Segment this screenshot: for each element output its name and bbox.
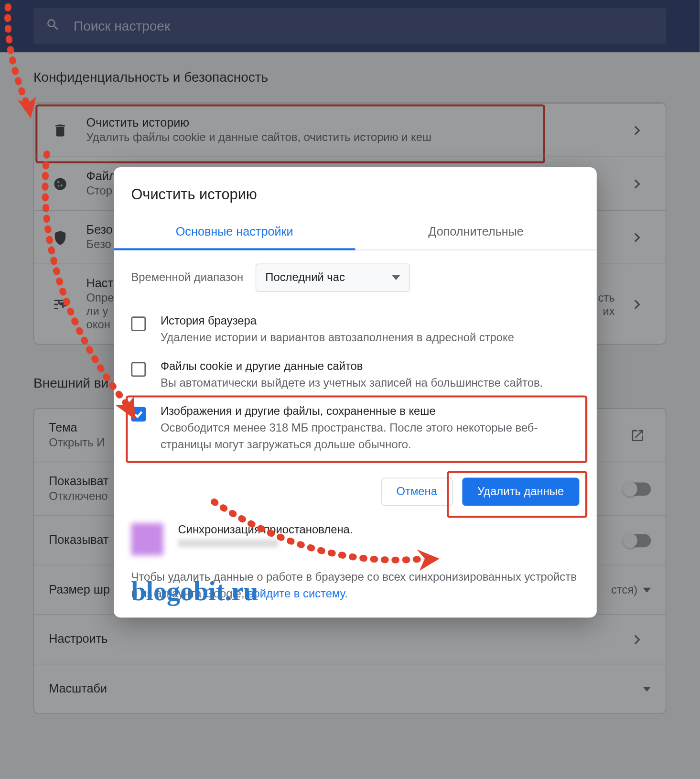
check-sub: Освободится менее 318 МБ пространства. П… <box>161 421 579 454</box>
tab-basic[interactable]: Основные настройки <box>114 216 355 250</box>
check-sub: Вы автоматически выйдете из учетных запи… <box>161 375 579 391</box>
dialog-title: Очистить историю <box>114 184 597 216</box>
sync-email-blurred <box>178 539 278 547</box>
checkbox-cookies[interactable] <box>131 362 146 377</box>
check-title: Изображения и другие файлы, сохраненные … <box>161 405 579 418</box>
check-title: Файлы cookie и другие данные сайтов <box>161 360 579 373</box>
tab-advanced[interactable]: Дополнительные <box>355 216 596 249</box>
check-title: История браузера <box>161 314 579 328</box>
sync-status-row: Синхронизация приостановлена. <box>114 518 597 564</box>
check-sub: Удаление истории и вариантов автозаполне… <box>161 330 579 346</box>
sync-title: Синхронизация приостановлена. <box>178 523 579 536</box>
checkbox-history[interactable] <box>131 316 146 331</box>
time-range-label: Временной диапазон <box>131 271 243 284</box>
avatar <box>131 523 163 555</box>
clear-history-dialog: Очистить историю Основные настройки Допо… <box>114 167 597 617</box>
watermark: blogobit.ru <box>131 575 258 607</box>
sign-in-link[interactable]: войдите в систему <box>248 587 345 600</box>
checkbox-cache[interactable] <box>131 407 146 422</box>
check-row-history[interactable]: История браузера Удаление истории и вари… <box>114 308 597 353</box>
cancel-button[interactable]: Отмена <box>381 477 452 506</box>
check-row-cookies[interactable]: Файлы cookie и другие данные сайтов Вы а… <box>114 353 597 399</box>
time-range-select[interactable]: Последний час <box>255 264 409 292</box>
dialog-tabs: Основные настройки Дополнительные <box>114 216 597 250</box>
check-row-cache[interactable]: Изображения и другие файлы, сохраненные … <box>114 398 597 460</box>
confirm-button[interactable]: Удалить данные <box>462 477 580 506</box>
